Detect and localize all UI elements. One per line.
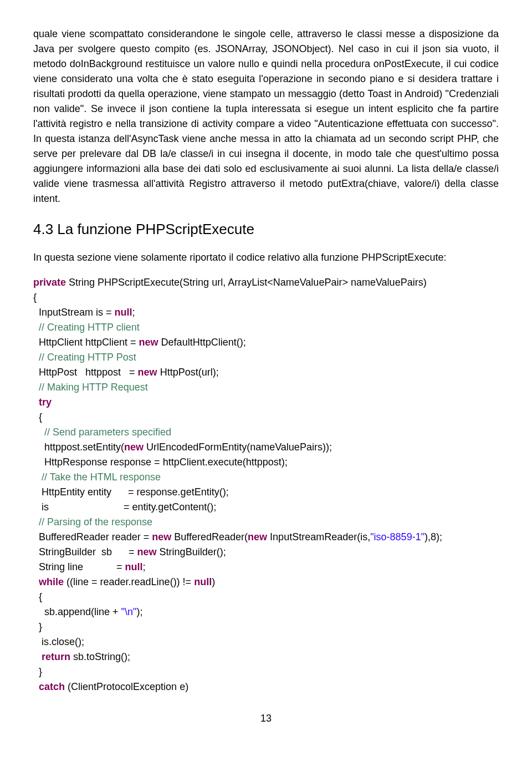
code-keyword: new	[124, 442, 144, 453]
code-keyword: new	[152, 531, 171, 542]
code-text: {	[33, 292, 37, 303]
body-paragraph: quale viene scompattato considerandone l…	[33, 27, 499, 206]
code-keyword: null	[194, 576, 212, 587]
code-text: BufferedReader reader =	[33, 531, 152, 542]
code-text: {	[33, 591, 42, 602]
code-text: DefaultHttpClient();	[158, 337, 246, 348]
code-keyword: new	[138, 367, 157, 378]
code-text: is.close();	[33, 636, 84, 647]
code-text: (ClientProtocolException e)	[65, 681, 188, 692]
code-text: HttpResponse response = httpClient.execu…	[33, 456, 288, 468]
code-text: HttpPost httppost =	[33, 367, 138, 378]
code-text: BufferedReader(	[171, 531, 248, 542]
code-text: InputStreamReader(is,	[267, 531, 370, 542]
code-text: ;	[143, 561, 146, 572]
code-text: ),8);	[424, 531, 442, 542]
intro-text: In questa sezione viene solamente riport…	[33, 250, 499, 265]
code-comment: // Creating HTTP client	[33, 322, 140, 333]
code-text: {	[33, 412, 42, 423]
code-text: HttpEntity entity = response.getEntity()…	[33, 486, 229, 498]
code-text: is = entity.getContent();	[33, 501, 216, 513]
code-text: }	[33, 621, 42, 632]
code-text: StringBuilder sb =	[33, 546, 137, 557]
code-comment: // Take the HTML response	[33, 471, 161, 483]
code-text: ;	[132, 307, 135, 318]
code-comment: // Creating HTTP Post	[33, 352, 136, 363]
code-text: UrlEncodedFormEntity(nameValuePairs));	[144, 442, 332, 453]
code-keyword: null	[115, 307, 132, 318]
code-keyword: null	[125, 561, 143, 572]
code-text: ((line = reader.readLine()) !=	[64, 576, 194, 587]
code-keyword: while	[33, 576, 64, 587]
code-keyword: private	[33, 277, 66, 288]
code-comment: // Making HTTP Request	[33, 382, 148, 393]
code-comment: // Send parameters specified	[33, 427, 171, 438]
code-text: HttpPost(url);	[157, 367, 219, 378]
code-keyword: new	[139, 337, 158, 348]
code-keyword: try	[33, 397, 52, 408]
code-string: "iso-8859-1"	[370, 531, 424, 542]
code-text: )	[212, 576, 215, 587]
code-keyword: new	[137, 546, 157, 557]
code-text: );	[136, 606, 142, 617]
code-text: String line =	[33, 561, 125, 572]
code-text: String PHPScriptExecute(String url, Arra…	[66, 277, 427, 288]
code-text: sb.append(line +	[33, 606, 121, 617]
code-keyword: new	[248, 531, 267, 542]
code-block: private String PHPScriptExecute(String u…	[33, 275, 499, 694]
code-text: httppost.setEntity(	[33, 442, 124, 453]
code-comment: // Parsing of the response	[33, 516, 152, 527]
code-string: "\n"	[121, 606, 137, 617]
page-number: 13	[33, 711, 499, 726]
code-text: StringBuilder();	[157, 546, 226, 557]
code-text: }	[33, 666, 42, 677]
code-text: sb.toString();	[70, 651, 130, 662]
code-text: InputStream is =	[33, 307, 115, 318]
code-text: HttpClient httpClient =	[33, 337, 139, 348]
code-keyword: catch	[33, 681, 65, 692]
code-keyword: return	[33, 651, 70, 662]
section-heading: 4.3 La funzione PHPScriptExecute	[33, 219, 499, 240]
